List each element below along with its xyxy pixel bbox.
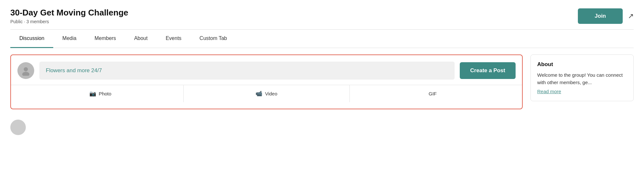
gif-button[interactable]: GIF [350,85,516,102]
share-button[interactable]: ↗ [628,12,634,20]
post-input[interactable] [39,62,455,80]
camera-icon: 📷 [89,90,96,97]
post-input-row: Create a Post [17,62,516,80]
svg-point-1 [22,72,29,76]
next-post-avatar [10,120,26,135]
tab-media[interactable]: Media [53,30,86,48]
share-icon: ↗ [628,12,634,20]
group-title: 30-Day Get Moving Challenge [10,8,128,18]
header-actions: Join ↗ [578,8,634,24]
video-label: Video [265,91,277,96]
about-card: About Welcome to the group! You can conn… [530,54,634,101]
content-area: Create a Post 📷 Photo 📹 Video GIF [10,48,634,135]
nav-tabs: Discussion Media Members About Events Cu… [10,30,634,48]
next-post-preview [10,116,523,135]
gif-label: GIF [429,91,437,96]
tab-discussion[interactable]: Discussion [10,30,53,48]
post-create-card: Create a Post 📷 Photo 📹 Video GIF [10,54,523,109]
video-button[interactable]: 📹 Video [184,85,350,102]
about-card-text: Welcome to the group! You can connect wi… [537,72,627,86]
tab-about[interactable]: About [125,30,157,48]
main-column: Create a Post 📷 Photo 📹 Video GIF [10,54,523,135]
sidebar-column: About Welcome to the group! You can conn… [530,54,634,135]
tab-events[interactable]: Events [156,30,190,48]
tab-custom[interactable]: Custom Tab [190,30,236,48]
group-meta: Public · 3 members [10,19,128,24]
group-title-block: 30-Day Get Moving Challenge Public · 3 m… [10,8,128,24]
avatar [17,62,34,79]
group-header: 30-Day Get Moving Challenge Public · 3 m… [10,8,634,29]
svg-point-0 [24,67,28,72]
photo-button[interactable]: 📷 Photo [17,85,184,102]
join-button[interactable]: Join [578,8,623,24]
photo-label: Photo [99,91,111,96]
tab-members[interactable]: Members [86,30,125,48]
create-post-button[interactable]: Create a Post [460,62,516,79]
avatar-icon [21,65,31,76]
about-card-title: About [537,61,627,68]
post-media-row: 📷 Photo 📹 Video GIF [17,85,516,102]
page-wrapper: 30-Day Get Moving Challenge Public · 3 m… [0,0,644,135]
read-more-link[interactable]: Read more [537,89,561,94]
video-icon: 📹 [256,90,262,97]
